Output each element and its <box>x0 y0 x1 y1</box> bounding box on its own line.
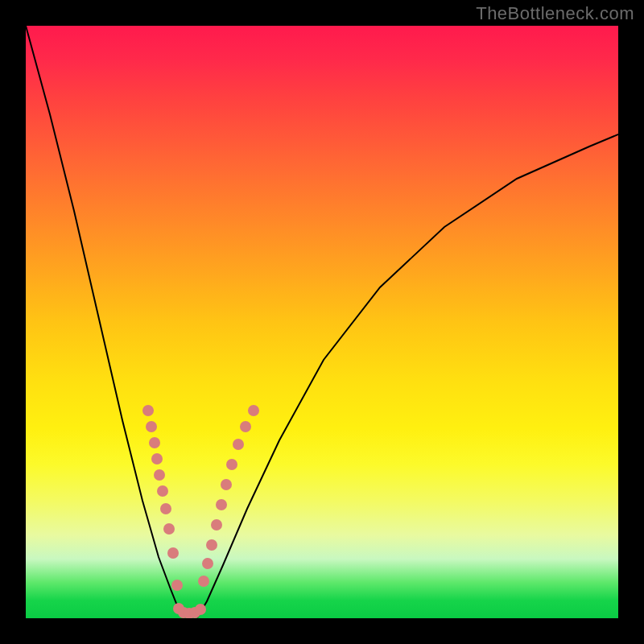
marker-dot <box>221 479 232 490</box>
marker-dot <box>206 539 217 551</box>
watermark-text: TheBottleneck.com <box>476 3 634 24</box>
marker-dot <box>226 459 237 470</box>
marker-dot <box>211 519 222 530</box>
line-series <box>26 26 618 617</box>
marker-dot <box>149 437 160 448</box>
marker-dot <box>171 580 183 591</box>
marker-dot <box>154 469 165 481</box>
markers-right <box>198 405 259 587</box>
markers-valley <box>173 603 206 618</box>
marker-dot <box>160 503 171 514</box>
curve-left <box>26 26 184 617</box>
marker-dot <box>195 604 206 615</box>
marker-dot <box>151 453 163 464</box>
marker-dot <box>142 405 154 416</box>
marker-dot <box>198 576 209 587</box>
marker-dot <box>216 499 227 510</box>
marker-dot <box>233 439 244 450</box>
marker-dot <box>202 558 213 569</box>
marker-dot <box>157 485 168 497</box>
curves-layer <box>26 26 618 618</box>
marker-dot <box>167 547 179 559</box>
marker-dot <box>163 523 175 535</box>
plot-area <box>26 26 618 618</box>
markers-left <box>142 405 183 591</box>
marker-dot <box>146 421 157 432</box>
marker-dot <box>240 421 251 432</box>
chart-frame: TheBottleneck.com <box>0 0 644 644</box>
curve-right <box>197 134 618 617</box>
marker-dot <box>248 405 259 416</box>
